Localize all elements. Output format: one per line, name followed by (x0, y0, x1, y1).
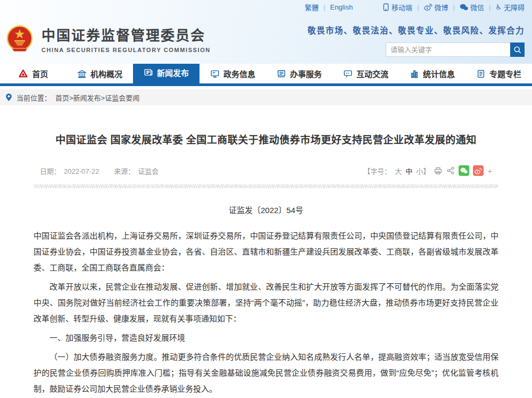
search-input[interactable] (386, 43, 510, 57)
nav-label: 首页 (32, 68, 48, 79)
fontsize-small-button[interactable]: 小】 (416, 166, 430, 176)
breadcrumb-path[interactable]: 首页>新闻发布>证监会要闻 (55, 92, 139, 103)
share-icon (446, 166, 455, 175)
chat-bubble-icon (343, 69, 353, 79)
services-doc-icon (277, 69, 286, 79)
nav-label: 办事服务 (290, 68, 322, 79)
fontsize-medium-button[interactable]: 中 (405, 166, 412, 176)
nav-item-topics[interactable]: 专题专栏 (466, 64, 532, 83)
weibo-share-button[interactable] (473, 165, 484, 176)
date-value: 2022-07-22 (64, 167, 99, 175)
wechat-label: 微信 (470, 2, 484, 12)
article-body: 中国证监会各派出机构，上海证券交易所，深圳证券交易所，中国证券登记结算有限责任公… (34, 228, 498, 397)
section-heading: 一、加强服务引导，营造良好发展环境 (34, 330, 498, 346)
wechat-share-icon (460, 167, 468, 174)
nav-label: 机构概况 (90, 68, 122, 79)
mobile-site-link[interactable]: 移动端 (383, 2, 412, 12)
csrc-logo-icon (18, 69, 28, 79)
breadcrumb: 当前位置： 首页>新闻发布>证监会要闻 (0, 89, 532, 105)
traditional-chinese-link[interactable]: 繁體 (305, 2, 319, 12)
accessibility-icon: ♿ (495, 4, 502, 11)
english-link[interactable]: English (330, 3, 353, 11)
site-title-en: CHINA SECURITIES REGULATORY COMMISSION (41, 47, 211, 53)
search-button[interactable] (510, 43, 525, 57)
wechat-icon (460, 4, 468, 11)
article-meta: 日期：2022-07-22 来源：证监会 (40, 166, 162, 176)
nav-item-interaction[interactable]: 互动交流 (332, 64, 399, 83)
separator: | (489, 3, 491, 11)
source-label: 来源： (114, 167, 135, 175)
nav-item-home[interactable]: 首页 (0, 64, 66, 83)
nav-item-about[interactable]: 机构概况 (66, 64, 133, 83)
search-bar (386, 43, 525, 57)
topbar: 繁體 | English 移动端 | 微博 | (0, 0, 532, 14)
paragraph: 中国证监会各派出机构，上海证券交易所，深圳证券交易所，中国证券登记结算有限责任公… (34, 228, 498, 276)
mobile-label: 移动端 (392, 2, 412, 12)
print-button[interactable] (434, 166, 443, 175)
article-tools: 【字号： 大 中 小】 (363, 165, 492, 176)
nav-item-services[interactable]: 办事服务 (266, 64, 332, 83)
separator: | (453, 3, 455, 11)
newspaper-icon (144, 67, 153, 77)
accessibility-label: 无障碍 (504, 2, 525, 12)
article: 中国证监会 国家发展改革委 全国工商联关于推动债券市场更好支持民营企业改革发展的… (0, 105, 532, 397)
nav-label: 新闻发布 (157, 67, 189, 78)
header-right: 敬畏市场、敬畏法治、敬畏专业、敬畏风险、发挥合力 (307, 21, 525, 57)
main-nav: 首页 机构概况 新闻发布 政务信息 办事服务 互动交流 统计信息 (0, 64, 532, 86)
site-title-cn: 中国证券监督管理委员会 (41, 24, 211, 44)
fontsize-large-button[interactable]: 大 (395, 166, 402, 176)
nav-label: 统计信息 (423, 68, 455, 79)
nav-label: 政务信息 (223, 68, 255, 79)
printer-icon (434, 166, 443, 175)
header-band: 繁體 | English 移动端 | 微博 | (0, 0, 532, 64)
accessibility-link[interactable]: ♿ 无障碍 (495, 2, 525, 12)
nav-item-news[interactable]: 新闻发布 (133, 64, 200, 83)
document-number: 证监发〔2022〕54号 (34, 204, 498, 215)
date-label: 日期： (40, 167, 61, 175)
search-icon (513, 46, 522, 54)
source-value: 证监会 (138, 167, 159, 175)
brand[interactable]: 中国证券监督管理委员会 CHINA SECURITIES REGULATORY … (5, 24, 211, 53)
breadcrumb-label: 当前位置： (16, 92, 51, 103)
topics-doc-icon (476, 69, 486, 79)
hatched-divider (34, 184, 498, 188)
article-title: 中国证监会 国家发展改革委 全国工商联关于推动债券市场更好支持民营企业改革发展的… (34, 132, 498, 146)
mobile-phone-icon (383, 3, 389, 11)
monitor-icon (210, 69, 220, 79)
more-share-button[interactable]: + (487, 166, 492, 175)
wechat-link[interactable]: 微信 (460, 2, 484, 12)
nav-item-statistics[interactable]: 统计信息 (399, 64, 466, 83)
paragraph: （一）加大债券融资服务力度。推动更多符合条件的优质民营企业纳入知名成熟发行人名单… (34, 349, 498, 397)
separator: | (417, 3, 419, 11)
separator: | (323, 3, 325, 11)
nav-label: 互动交流 (356, 68, 388, 79)
weibo-share-icon (475, 167, 482, 174)
article-meta-row: 日期：2022-07-22 来源：证监会 【字号： 大 中 小】 (34, 165, 498, 176)
weibo-label: 微博 (435, 2, 448, 12)
nav-label: 专题专栏 (489, 68, 521, 79)
fontsize-prefix: 【字号： (363, 166, 391, 176)
location-pin-icon (5, 93, 12, 101)
bank-icon (77, 69, 87, 79)
bar-chart-icon (410, 69, 419, 79)
masthead: 中国证券监督管理委员会 CHINA SECURITIES REGULATORY … (0, 14, 532, 64)
national-emblem-icon (5, 24, 34, 53)
nav-item-gov-info[interactable]: 政务信息 (200, 64, 266, 83)
share-button[interactable] (446, 166, 455, 175)
wechat-share-button[interactable] (459, 165, 469, 176)
slogan: 敬畏市场、敬畏法治、敬畏专业、敬畏风险、发挥合力 (307, 24, 525, 36)
brand-text: 中国证券监督管理委员会 CHINA SECURITIES REGULATORY … (41, 24, 211, 53)
paragraph: 改革开放以来，民营企业在推动发展、促进创新、增加就业、改善民生和扩大开放等方面发… (34, 279, 498, 327)
weibo-link[interactable]: 微博 (424, 2, 448, 12)
weibo-icon (424, 3, 433, 11)
